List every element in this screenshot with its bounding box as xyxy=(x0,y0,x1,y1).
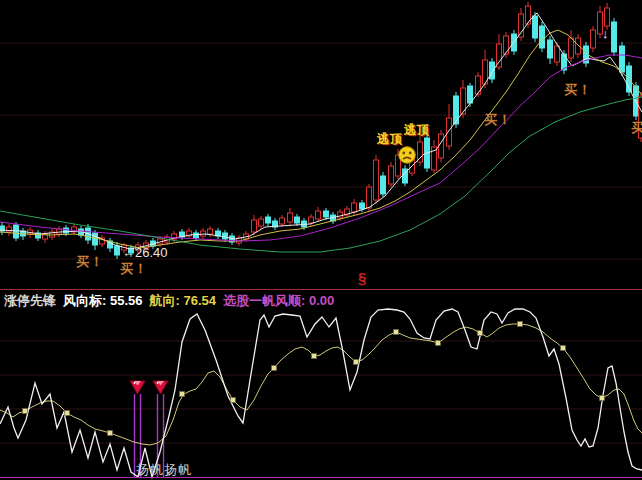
indicator-header: 涨停先锋 风向标: 55.56 航向: 76.54 选股一帆风顺: 0.00 xyxy=(4,292,334,310)
candle-body xyxy=(490,62,495,79)
line-marker xyxy=(600,396,605,401)
line-marker xyxy=(436,341,441,346)
candle-body xyxy=(468,86,473,103)
candle-body xyxy=(208,229,213,234)
candle-body xyxy=(569,38,574,58)
sell-arrow-annotation: ↓ xyxy=(602,27,609,40)
candle-body xyxy=(374,160,379,200)
line-marker xyxy=(561,346,566,351)
candle-body xyxy=(115,246,120,255)
candle-body xyxy=(605,8,610,26)
candle-body xyxy=(526,6,531,24)
candle-body xyxy=(367,187,372,208)
panel-separator-line xyxy=(0,289,642,290)
line-marker xyxy=(272,366,277,371)
buy-signal-label: 买！ xyxy=(76,255,104,268)
candle-body xyxy=(309,217,314,223)
buy-signal-label-clipped: 买！ xyxy=(631,121,642,134)
candle-body xyxy=(504,36,509,54)
set-sail-label: 扬帆扬帆 xyxy=(136,463,192,476)
candle-body xyxy=(447,118,452,146)
line-marker xyxy=(23,409,28,414)
candle-body xyxy=(519,14,524,37)
candle-body xyxy=(548,40,553,58)
candle-body xyxy=(555,46,560,62)
wind-vane-field: 风向标: 55.56 xyxy=(63,292,143,310)
line-marker xyxy=(478,331,483,336)
candle-body xyxy=(316,211,321,219)
stock-app-screen: 买！ 买！ 买！ 买！ 买！ 逃顶 逃顶 ←26.40 ↓ § 涨停先锋 风向标… xyxy=(0,0,642,480)
heading-field: 航向: 76.54 xyxy=(150,292,217,310)
candle-body xyxy=(612,22,617,52)
line-marker xyxy=(180,392,185,397)
candle-body xyxy=(280,218,285,224)
candle-body xyxy=(418,142,423,162)
line-marker xyxy=(312,354,317,359)
candle-body xyxy=(352,203,357,212)
candle-body xyxy=(324,211,329,217)
escape-top-label: 逃顶 xyxy=(377,133,402,146)
candle-body xyxy=(389,166,394,184)
candle-body xyxy=(381,176,386,194)
candle-body xyxy=(360,203,365,209)
indicator-title: 涨停先锋 xyxy=(4,292,56,310)
candle-body xyxy=(252,220,257,232)
candle-body xyxy=(14,225,19,238)
indicator-bottom-border xyxy=(0,477,642,478)
ma-green xyxy=(0,97,642,252)
line-marker xyxy=(354,360,359,365)
buy-signal-label: 买！ xyxy=(120,262,148,275)
candle-body xyxy=(591,30,596,48)
candle-body xyxy=(201,231,206,236)
candle-body xyxy=(540,26,545,48)
buy-signal-label: 买！ xyxy=(564,83,592,96)
chart-canvas[interactable] xyxy=(0,0,642,480)
candle-body xyxy=(295,217,300,223)
gem-icon xyxy=(130,381,145,394)
stock-pick-field: 选股一帆风顺: 0.00 xyxy=(223,292,334,310)
candle-body xyxy=(288,213,293,222)
price-callout: ←26.40 xyxy=(122,246,168,259)
line-marker xyxy=(394,330,399,335)
line-marker xyxy=(108,431,113,436)
candle-body xyxy=(93,233,98,245)
candle-body xyxy=(7,227,12,232)
buy-signal-label: 买！ xyxy=(484,113,512,126)
candle-body xyxy=(194,233,199,238)
slow-yellow-line xyxy=(0,324,642,445)
candle-body xyxy=(533,16,538,38)
candle-body xyxy=(338,212,343,218)
candle-body xyxy=(259,219,264,226)
escape-top-label: 逃顶 xyxy=(404,124,429,137)
sad-face-icon xyxy=(397,145,417,165)
section-symbol: § xyxy=(358,270,366,285)
line-marker xyxy=(231,398,236,403)
line-marker xyxy=(518,322,523,327)
gem-icon xyxy=(153,381,168,394)
candle-body xyxy=(223,233,228,239)
candle-body xyxy=(620,46,625,72)
line-marker xyxy=(65,411,70,416)
candle-body xyxy=(266,217,271,223)
